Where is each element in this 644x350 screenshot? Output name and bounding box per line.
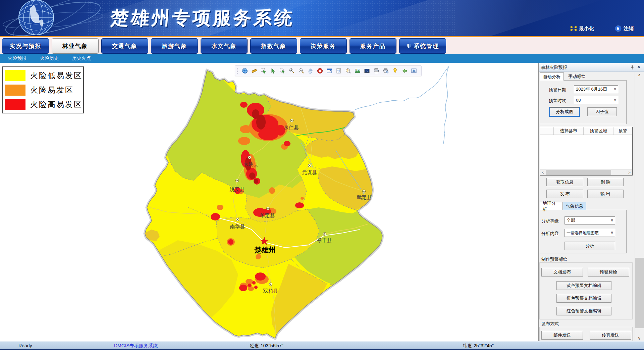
outer-river-lines [355,66,449,144]
chevron-down-icon: ∨ [610,230,613,235]
close-icon[interactable]: ✕ [637,64,641,69]
county-label-武定县: 武定县 [357,195,372,200]
main-tab-服务产品[interactable]: 服务产品 [350,38,396,54]
forest-fire-panel: 森林火险预报 ✕ 自动分析 手动标绘 预警日期 2023年 6月16日∨ 预警时… [538,63,644,341]
plot-button-2[interactable]: 黄色预警文档编辑 [556,281,611,290]
main-tab-指数气象[interactable]: 指数气象 [250,38,297,54]
table-horizontal-scrollbar[interactable]: < > [540,169,632,175]
plot-button-3[interactable]: 橙色预警文档编辑 [556,294,611,303]
identify-icon[interactable]: ? [345,68,351,74]
analysis-level-label: 分析等级 [541,218,559,224]
analysis-content-select[interactable]: 一请选择地理图层-∨ [565,229,615,237]
legend-swatch [5,70,25,81]
delete-button[interactable]: 删 除 [587,178,624,186]
town-marker [269,283,272,286]
factor-value-button[interactable]: 因子值 [587,107,617,116]
print-icon[interactable] [373,68,379,74]
zoom-window-icon[interactable] [326,68,332,74]
tab-weather-info[interactable]: 气象信息 [563,202,586,210]
publish-method-button-1[interactable]: 传真发送 [590,331,631,340]
overview-map-icon[interactable] [411,68,417,74]
main-tab-林业气象[interactable]: 林业气象 [52,38,99,54]
logout-button[interactable]: 注销 [615,25,634,32]
scroll-down-icon[interactable]: ∨ [635,335,644,341]
county-label-永仁县: 永仁县 [284,125,299,130]
tab-manual-plot[interactable]: 手动标绘 [565,72,589,81]
previous-extent-icon[interactable] [401,68,408,74]
main-tab-水文气象[interactable]: 水文气象 [201,38,248,54]
refresh-map-icon[interactable] [336,68,342,74]
county-label-南华县: 南华县 [230,224,245,229]
county-label-元谋县: 元谋县 [302,170,317,175]
publish-button[interactable]: 发 布 [546,190,583,198]
map-area: 火险低易发区火险易发区火险高易发区 ? [0,63,538,341]
print-setup-icon[interactable] [383,68,389,74]
shield-icon [406,43,412,49]
pan-icon[interactable] [308,68,314,74]
scroll-right-icon[interactable]: > [627,169,632,175]
select-pointer-icon[interactable] [270,68,276,74]
subnav-火险预报[interactable]: 火险预报 [8,55,26,61]
app-title: 楚雄州专项服务系统 [110,6,296,31]
plot-button-0[interactable]: 文档发布 [541,268,583,277]
select-by-rectangle-icon[interactable] [261,68,267,74]
publish-method-button-0[interactable]: 邮件发送 [541,331,583,340]
warning-date-label: 预警日期 [549,87,566,93]
plot-button-4[interactable]: 红色预警文档编辑 [556,307,611,315]
panel-vertical-scrollbar[interactable]: ∧ ∨ [635,72,644,341]
export-button[interactable]: 输 出 [587,190,624,198]
table-col-header [540,127,554,135]
scroll-thumb[interactable] [546,170,611,175]
publish-group-label: 发布方式 [540,321,560,327]
select-by-circle-icon[interactable] [279,68,285,74]
warning-table-header: 选择县市预警区域预警 [540,127,632,135]
night-image-icon[interactable] [364,68,370,74]
town-marker [236,179,239,182]
pin-icon[interactable] [630,65,634,70]
warning-table[interactable]: 选择县市预警区域预警 < > [540,127,633,176]
scroll-left-icon[interactable]: < [540,169,546,175]
analyze-map-button[interactable]: 分析成图 [550,107,579,116]
main-tab-决策服务[interactable]: 决策服务 [300,38,347,54]
scroll-thumb[interactable] [635,258,644,328]
table-col-header: 选择县市 [554,127,584,135]
zoom-out-icon[interactable] [298,68,304,74]
plot-button-1[interactable]: 预警标绘 [588,268,629,277]
get-info-button[interactable]: 获取信息 [546,178,583,186]
chevron-down-icon: ∨ [613,97,616,102]
status-latitude: 纬度:25°32'45" [463,343,494,349]
main-tab-实况与预报[interactable]: 实况与预报 [2,38,49,54]
scroll-up-icon[interactable]: ∧ [635,72,644,78]
place-pin-icon[interactable] [392,68,398,74]
tab-geo-analysis[interactable]: 地理分析 [540,202,562,210]
main-tab-旅游气象[interactable]: 旅游气象 [151,38,198,54]
export-image-icon[interactable] [355,68,361,74]
town-marker [308,164,311,167]
warning-time-select[interactable]: 08∨ [574,96,618,104]
subnav-历史火点[interactable]: 历史火点 [72,55,91,61]
warning-table-body [540,135,632,164]
town-marker [363,190,366,193]
toolbar-grip[interactable] [236,67,238,74]
full-extent-globe-icon[interactable] [242,68,248,74]
header-banner: 楚雄州专项服务系统 最小化 注销 [0,0,644,36]
town-marker [323,233,326,236]
tab-auto-analysis[interactable]: 自动分析 [540,72,564,81]
minimize-button[interactable]: 最小化 [570,25,594,32]
main-tab-交通气象[interactable]: 交通气象 [101,38,148,54]
warning-time-label: 预警时次 [549,98,566,104]
status-ready: Ready [18,343,32,348]
main-tab-系统管理[interactable]: 系统管理 [399,38,446,54]
county-label-大姚县: 大姚县 [244,161,259,167]
warning-date-select[interactable]: 2023年 6月16日∨ [574,85,618,93]
cancel-icon[interactable] [317,68,323,74]
analyze-button[interactable]: 分析 [565,242,615,250]
subnav-火险历史[interactable]: 火险历史 [40,55,59,61]
county-label-禄丰县: 禄丰县 [317,238,332,243]
measure-distance-icon[interactable] [251,68,257,74]
map-toolbar: ? [235,65,422,76]
lock-icon [615,25,622,32]
zoom-in-icon[interactable] [289,68,295,74]
panel-title: 森林火险预报 [541,64,567,70]
analysis-level-select[interactable]: 全部∨ [565,216,615,224]
